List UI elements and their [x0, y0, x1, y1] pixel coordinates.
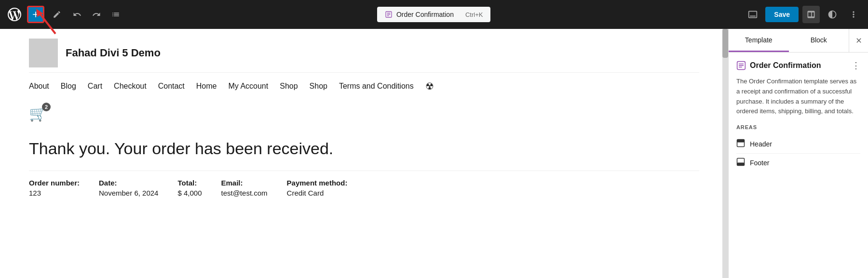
nav-item-shop1[interactable]: Shop — [280, 82, 298, 91]
cart-badge: 2 — [42, 103, 51, 111]
svg-rect-11 — [737, 140, 745, 143]
panel-description: The Order Confirmation template serves a… — [736, 77, 860, 117]
date-value: November 6, 2024 — [99, 189, 158, 197]
cart-area: 🛒 2 — [29, 97, 699, 126]
pen-tool-button[interactable] — [48, 6, 66, 23]
panel-title-text: Order Confirmation — [750, 61, 821, 70]
panel-options-button[interactable]: ⋮ — [852, 60, 860, 71]
svg-rect-9 — [739, 67, 742, 68]
site-navigation: About Blog Cart Checkout Contact Home My… — [29, 73, 699, 97]
svg-rect-13 — [737, 163, 745, 166]
nav-item-contact[interactable]: Contact — [158, 82, 185, 91]
header-area-name: Header — [750, 140, 772, 148]
order-confirmation-icon — [736, 61, 746, 70]
block-tab[interactable]: Block — [789, 29, 849, 52]
total-value: $ 4,000 — [177, 189, 202, 197]
footer-area-icon — [736, 158, 745, 168]
more-options-button[interactable] — [845, 6, 862, 23]
footer-area-name: Footer — [750, 159, 769, 167]
nav-item-terms[interactable]: Terms and Conditions — [339, 82, 414, 91]
header-area-icon — [736, 139, 745, 149]
site-logo — [29, 39, 58, 67]
thank-you-heading: Thank you. Your order has been received. — [29, 138, 699, 159]
panel-title-icon-group: Order Confirmation — [736, 61, 821, 70]
payment-item: Payment method: Credit Card — [287, 179, 348, 197]
keyboard-shortcut: Ctrl+K — [465, 11, 483, 18]
site-name: Fahad Divi 5 Demo — [66, 47, 161, 59]
panel-close-button[interactable] — [849, 29, 868, 52]
redo-button[interactable] — [89, 7, 104, 22]
area-header[interactable]: Header — [736, 135, 860, 154]
svg-rect-4 — [387, 14, 391, 14]
document-title-button[interactable]: Order Confirmation Ctrl+K — [377, 7, 491, 22]
svg-rect-7 — [739, 64, 744, 65]
nav-item-checkout[interactable]: Checkout — [114, 82, 147, 91]
toolbar-center: Order Confirmation Ctrl+K — [127, 7, 740, 22]
nav-item-my-account[interactable]: My Account — [229, 82, 269, 91]
canvas-scrollbar[interactable] — [722, 29, 728, 278]
svg-rect-8 — [739, 65, 744, 66]
scrollbar-thumb[interactable] — [722, 29, 728, 58]
toolbar-right: Save — [744, 6, 862, 23]
nav-item-home[interactable]: Home — [196, 82, 217, 91]
order-number-item: Order number: 123 — [29, 179, 80, 197]
nav-item-about[interactable]: About — [29, 82, 49, 91]
list-view-button[interactable] — [108, 7, 123, 22]
panel-title-row: Order Confirmation ⋮ — [736, 60, 860, 71]
nav-item-cart[interactable]: Cart — [88, 82, 102, 91]
email-value: test@test.com — [221, 189, 267, 197]
cart-icon-wrapper[interactable]: 🛒 2 — [29, 105, 47, 122]
areas-label: AREAS — [736, 124, 860, 130]
date-item: Date: November 6, 2024 — [99, 179, 158, 197]
wordpress-logo[interactable] — [6, 6, 23, 23]
site-header: Fahad Divi 5 Demo — [29, 29, 699, 73]
panel-body: Order Confirmation ⋮ The Order Confirmat… — [729, 53, 868, 278]
payment-value: Credit Card — [287, 189, 348, 197]
email-label: Email: — [221, 179, 267, 187]
order-number-value: 123 — [29, 189, 80, 197]
account-icon[interactable]: ☢ — [425, 80, 434, 92]
payment-label: Payment method: — [287, 179, 348, 187]
thank-you-section: Thank you. Your order has been received. — [29, 126, 699, 167]
right-panel: Template Block Order Confirmation ⋮ — [728, 29, 868, 278]
template-tab[interactable]: Template — [729, 29, 789, 52]
sidebar-toggle-button[interactable] — [802, 6, 820, 23]
nav-item-blog[interactable]: Blog — [61, 82, 76, 91]
page-preview: Fahad Divi 5 Demo About Blog Cart Checko… — [0, 29, 728, 278]
undo-button[interactable] — [69, 7, 85, 22]
total-item: Total: $ 4,000 — [177, 179, 202, 197]
save-button[interactable]: Save — [765, 7, 799, 22]
add-block-button[interactable] — [27, 6, 44, 23]
svg-rect-3 — [387, 13, 391, 13]
order-details: Order number: 123 Date: November 6, 2024… — [29, 171, 699, 205]
email-item: Email: test@test.com — [221, 179, 267, 197]
panel-header: Template Block — [729, 29, 868, 53]
document-title-text: Order Confirmation — [396, 11, 454, 18]
toolbar: Order Confirmation Ctrl+K Save — [0, 0, 868, 29]
order-number-label: Order number: — [29, 179, 80, 187]
main-area: Fahad Divi 5 Demo About Blog Cart Checko… — [0, 29, 868, 278]
nav-item-shop2[interactable]: Shop — [310, 82, 327, 91]
svg-rect-5 — [387, 15, 389, 16]
area-footer[interactable]: Footer — [736, 154, 860, 172]
contrast-button[interactable] — [824, 6, 841, 23]
canvas-area: Fahad Divi 5 Demo About Blog Cart Checko… — [0, 29, 728, 278]
total-label: Total: — [177, 179, 202, 187]
date-label: Date: — [99, 179, 158, 187]
preview-button[interactable] — [744, 6, 761, 23]
